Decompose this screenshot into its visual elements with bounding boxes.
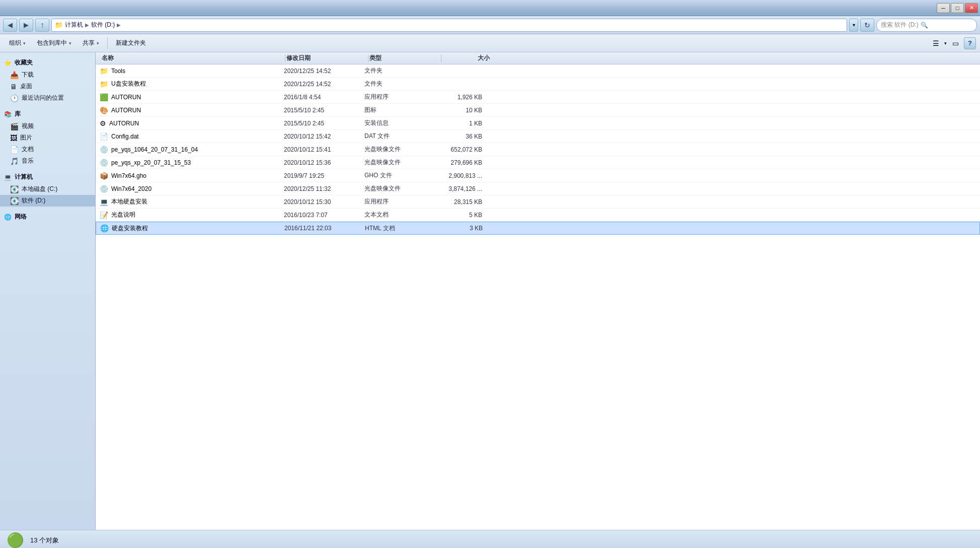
- close-button[interactable]: ✕: [965, 3, 978, 13]
- address-dropdown-button[interactable]: ▾: [849, 19, 858, 32]
- cell-date: 2016/10/23 7:07: [284, 212, 364, 219]
- view-toggle-button[interactable]: ☰: [929, 37, 942, 50]
- forward-button[interactable]: ▶: [19, 19, 33, 32]
- col-type-header[interactable]: 类型: [369, 54, 440, 62]
- cell-date: 2020/10/12 15:30: [284, 198, 364, 206]
- cell-date: 2016/11/21 22:03: [284, 225, 365, 232]
- software-d-label: 软件 (D:): [22, 196, 45, 205]
- file-type-icon: 🎨: [100, 106, 108, 114]
- table-row[interactable]: 🌐 硬盘安装教程 2016/11/21 22:03 HTML 文档 3 KB: [96, 222, 980, 235]
- sidebar-item-videos[interactable]: 🎬 视频: [0, 120, 95, 132]
- col-size-header[interactable]: 大小: [442, 54, 498, 62]
- table-row[interactable]: 📁 Tools 2020/12/25 14:52 文件夹: [96, 64, 980, 78]
- help-button[interactable]: ?: [964, 37, 976, 49]
- file-area: 名称 修改日期 类型 大小 📁 Tools 2020/12/25 14:52 文…: [96, 52, 980, 530]
- col-name-header[interactable]: 名称: [98, 54, 284, 62]
- cell-name: 🌐 硬盘安装教程: [98, 224, 284, 233]
- search-bar[interactable]: 搜索 软件 (D:) 🔍: [876, 19, 977, 32]
- sidebar-item-pictures[interactable]: 🖼 图片: [0, 132, 95, 144]
- table-row[interactable]: ⚙ AUTORUN 2015/5/10 2:45 安装信息 1 KB: [96, 117, 980, 130]
- breadcrumb-drive[interactable]: 软件 (D:): [91, 21, 115, 29]
- breadcrumb-sep-1: ▶: [85, 22, 89, 28]
- up-button[interactable]: ↑: [35, 19, 49, 32]
- file-list[interactable]: 📁 Tools 2020/12/25 14:52 文件夹 📁 U盘安装教程 20…: [96, 64, 980, 530]
- table-row[interactable]: 📝 光盘说明 2016/10/23 7:07 文本文档 5 KB: [96, 209, 980, 222]
- cell-date: 2015/5/10 2:45: [284, 107, 364, 114]
- cell-type: GHO 文件: [364, 171, 435, 180]
- breadcrumb-computer[interactable]: 计算机: [65, 21, 83, 29]
- sidebar-library-header[interactable]: 📚 库: [0, 108, 95, 120]
- search-icon: 🔍: [921, 22, 928, 29]
- file-name: 硬盘安装教程: [112, 224, 148, 233]
- cell-size: 652,072 KB: [435, 146, 490, 153]
- cell-size: 1 KB: [435, 120, 490, 127]
- table-row[interactable]: 📦 Win7x64.gho 2019/9/7 19:25 GHO 文件 2,90…: [96, 169, 980, 182]
- table-row[interactable]: 🟩 AUTORUN 2016/1/8 4:54 应用程序 1,926 KB: [96, 91, 980, 104]
- cell-type: 光盘映像文件: [364, 184, 435, 193]
- cell-size: 28,315 KB: [435, 198, 490, 206]
- file-name: 光盘说明: [111, 211, 135, 219]
- file-type-icon: 💿: [100, 159, 108, 167]
- sidebar-item-software-d[interactable]: 💽 软件 (D:): [0, 195, 95, 207]
- cell-name: 💻 本地硬盘安装: [98, 197, 284, 206]
- cell-type: HTML 文档: [365, 224, 435, 233]
- cell-size: 36 KB: [435, 133, 490, 140]
- harddisk-c-icon: 💽: [10, 185, 19, 193]
- computer-label: 计算机: [15, 173, 33, 181]
- toolbar-right: ☰ ▾ ▭ ?: [929, 37, 976, 50]
- table-row[interactable]: 📁 U盘安装教程 2020/12/25 14:52 文件夹: [96, 78, 980, 91]
- cell-type: 安装信息: [364, 119, 435, 127]
- organize-dropdown-arrow: ▾: [23, 41, 26, 46]
- pictures-label: 图片: [20, 133, 32, 142]
- file-name: Config.dat: [111, 133, 139, 140]
- cell-size: 5 KB: [435, 212, 490, 219]
- cell-date: 2020/10/12 15:41: [284, 146, 364, 153]
- minimize-button[interactable]: ─: [937, 3, 950, 13]
- col-sep-1: [285, 54, 285, 62]
- file-name: U盘安装教程: [111, 80, 146, 88]
- sidebar-computer-section: 💻 计算机 💽 本地磁盘 (C:) 💽 软件 (D:): [0, 171, 95, 207]
- new-folder-button[interactable]: 新建文件夹: [111, 36, 151, 50]
- refresh-button[interactable]: ↻: [860, 19, 874, 32]
- status-count: 13 个对象: [30, 536, 59, 545]
- desktop-label: 桌面: [20, 82, 32, 91]
- table-row[interactable]: 📄 Config.dat 2020/10/12 15:42 DAT 文件 36 …: [96, 130, 980, 143]
- file-type-icon: 💿: [100, 185, 108, 193]
- sidebar-item-music[interactable]: 🎵 音乐: [0, 155, 95, 167]
- preview-pane-button[interactable]: ▭: [949, 37, 962, 50]
- col-sep-2: [368, 54, 368, 62]
- table-row[interactable]: 🎨 AUTORUN 2015/5/10 2:45 图标 10 KB: [96, 104, 980, 117]
- sidebar-item-downloads[interactable]: 📥 下载: [0, 69, 95, 81]
- include-library-button[interactable]: 包含到库中 ▾: [32, 36, 77, 50]
- library-icon: 📚: [4, 111, 12, 118]
- download-icon: 📥: [10, 71, 19, 79]
- breadcrumb[interactable]: 📁 计算机 ▶ 软件 (D:) ▶: [51, 19, 847, 32]
- sidebar-computer-header[interactable]: 💻 计算机: [0, 171, 95, 183]
- local-disk-c-label: 本地磁盘 (C:): [22, 185, 57, 193]
- star-icon: ⭐: [4, 59, 12, 66]
- col-date-header[interactable]: 修改日期: [286, 54, 367, 62]
- sidebar-network-section: 🌐 网络: [0, 211, 95, 223]
- cell-type: 图标: [364, 106, 435, 114]
- cell-name: 📁 Tools: [98, 67, 284, 75]
- cell-type: 光盘映像文件: [364, 145, 435, 154]
- sidebar-network-header[interactable]: 🌐 网络: [0, 211, 95, 223]
- sidebar-item-recent[interactable]: 🕐 最近访问的位置: [0, 92, 95, 104]
- table-row[interactable]: 💿 Win7x64_2020 2020/12/25 11:32 光盘映像文件 3…: [96, 182, 980, 195]
- table-row[interactable]: 💻 本地硬盘安装 2020/10/12 15:30 应用程序 28,315 KB: [96, 195, 980, 209]
- back-button[interactable]: ◀: [3, 19, 17, 32]
- cell-type: 文件夹: [364, 80, 435, 88]
- desktop-icon: 🖥: [10, 83, 17, 91]
- sidebar-item-desktop[interactable]: 🖥 桌面: [0, 81, 95, 92]
- sidebar-favorites-header[interactable]: ⭐ 收藏夹: [0, 56, 95, 69]
- table-row[interactable]: 💿 pe_yqs_xp_20_07_31_15_53 2020/10/12 15…: [96, 156, 980, 169]
- organize-button[interactable]: 组织 ▾: [4, 36, 31, 50]
- cell-size: 279,696 KB: [435, 159, 490, 166]
- maximize-button[interactable]: □: [951, 3, 964, 13]
- share-button[interactable]: 共享 ▾: [78, 36, 104, 50]
- video-icon: 🎬: [10, 122, 19, 130]
- view-dropdown-arrow[interactable]: ▾: [944, 41, 947, 46]
- sidebar-item-local-c[interactable]: 💽 本地磁盘 (C:): [0, 183, 95, 195]
- table-row[interactable]: 💿 pe_yqs_1064_20_07_31_16_04 2020/10/12 …: [96, 143, 980, 156]
- sidebar-item-documents[interactable]: 📄 文档: [0, 144, 95, 155]
